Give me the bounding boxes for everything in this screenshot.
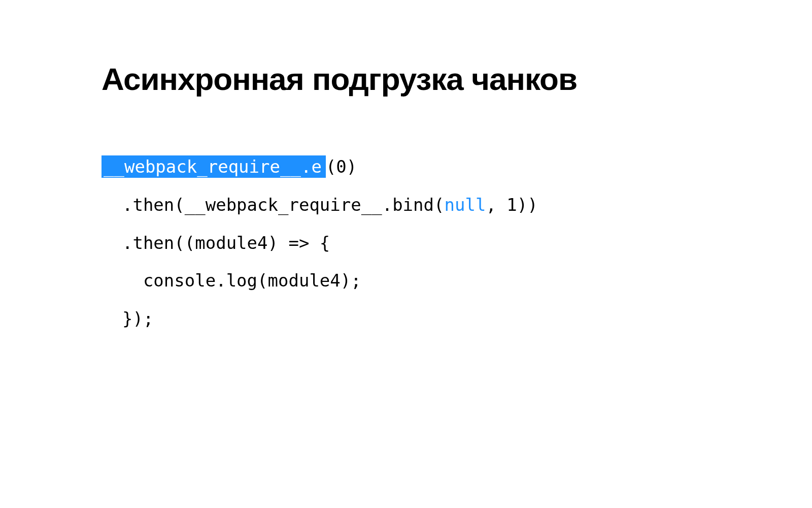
code-line-1: __webpack_require__.e(0) xyxy=(101,148,710,186)
code-text: console.log(module4); xyxy=(101,270,361,291)
code-text: .then((module4) => { xyxy=(101,233,330,253)
code-text: , 1)) xyxy=(486,195,537,215)
code-text: (0) xyxy=(326,156,357,177)
code-block: __webpack_require__.e(0) .then(__webpack… xyxy=(101,148,710,338)
slide-title: Асинхронная подгрузка чанков xyxy=(101,61,710,97)
code-line-3: .then((module4) => { xyxy=(101,224,710,262)
code-line-5: }); xyxy=(101,300,710,338)
slide: Асинхронная подгрузка чанков __webpack_r… xyxy=(0,0,812,338)
code-text: .then(__webpack_require__.bind( xyxy=(101,195,445,215)
code-keyword: null xyxy=(445,195,486,215)
code-line-4: console.log(module4); xyxy=(101,262,710,300)
code-highlight: __webpack_require__.e xyxy=(101,155,326,178)
code-text: }); xyxy=(101,308,153,329)
code-line-2: .then(__webpack_require__.bind(null, 1)) xyxy=(101,186,710,224)
